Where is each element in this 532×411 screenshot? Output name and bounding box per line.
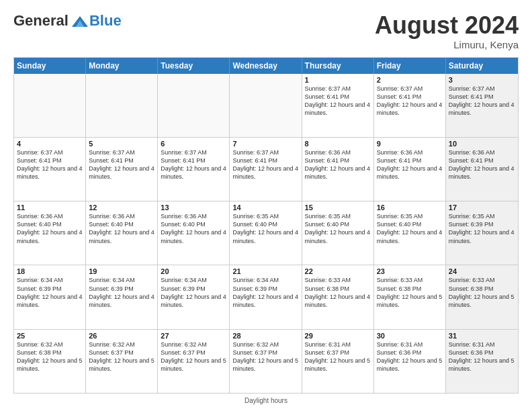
cell-info: Sunrise: 6:36 AMSunset: 6:41 PMDaylight:… xyxy=(305,148,371,181)
cal-cell-week1-day3: 7Sunrise: 6:37 AMSunset: 6:41 PMDaylight… xyxy=(230,138,302,201)
logo-blue: Blue xyxy=(89,12,122,30)
day-number: 27 xyxy=(161,332,226,340)
cell-info: Sunrise: 6:34 AMSunset: 6:39 PMDaylight:… xyxy=(17,276,83,309)
header-day-tuesday: Tuesday xyxy=(158,58,230,74)
cell-info: Sunrise: 6:37 AMSunset: 6:41 PMDaylight:… xyxy=(449,85,515,118)
calendar-row-2: 11Sunrise: 6:36 AMSunset: 6:40 PMDayligh… xyxy=(14,201,518,265)
logo-general: General xyxy=(13,12,69,30)
cell-info: Sunrise: 6:31 AMSunset: 6:36 PMDaylight:… xyxy=(449,340,515,373)
cal-cell-week3-day4: 22Sunrise: 6:33 AMSunset: 6:38 PMDayligh… xyxy=(302,265,374,328)
day-number: 14 xyxy=(232,203,298,212)
cell-info: Sunrise: 6:37 AMSunset: 6:41 PMDaylight:… xyxy=(377,85,443,118)
day-number: 21 xyxy=(232,267,298,275)
header: General Blue August 2024 Limuru, Kenya xyxy=(13,12,519,50)
cell-info: Sunrise: 6:36 AMSunset: 6:40 PMDaylight:… xyxy=(17,212,83,245)
cal-cell-week3-day1: 19Sunrise: 6:34 AMSunset: 6:39 PMDayligh… xyxy=(86,265,158,328)
cal-cell-week1-day1: 5Sunrise: 6:37 AMSunset: 6:41 PMDaylight… xyxy=(86,138,158,201)
month-year: August 2024 xyxy=(375,12,519,39)
footer: Daylight hours xyxy=(13,397,519,404)
cal-cell-week2-day4: 15Sunrise: 6:35 AMSunset: 6:40 PMDayligh… xyxy=(302,201,374,265)
cell-info: Sunrise: 6:36 AMSunset: 6:40 PMDaylight:… xyxy=(161,212,226,245)
cal-cell-week4-day1: 26Sunrise: 6:32 AMSunset: 6:37 PMDayligh… xyxy=(86,330,158,393)
day-number: 18 xyxy=(17,267,83,275)
cal-cell-week0-day0 xyxy=(14,74,86,137)
day-number: 1 xyxy=(305,76,371,84)
cell-info: Sunrise: 6:34 AMSunset: 6:39 PMDaylight:… xyxy=(161,276,226,309)
cell-info: Sunrise: 6:35 AMSunset: 6:39 PMDaylight:… xyxy=(449,212,515,245)
cell-info: Sunrise: 6:33 AMSunset: 6:38 PMDaylight:… xyxy=(377,276,443,309)
cell-info: Sunrise: 6:37 AMSunset: 6:41 PMDaylight:… xyxy=(232,148,298,181)
cell-info: Sunrise: 6:34 AMSunset: 6:39 PMDaylight:… xyxy=(232,276,298,309)
cell-info: Sunrise: 6:36 AMSunset: 6:41 PMDaylight:… xyxy=(377,148,443,181)
cal-cell-week1-day2: 6Sunrise: 6:37 AMSunset: 6:41 PMDaylight… xyxy=(158,138,230,201)
day-number: 22 xyxy=(305,267,371,275)
day-number: 13 xyxy=(161,203,226,212)
cal-cell-week2-day0: 11Sunrise: 6:36 AMSunset: 6:40 PMDayligh… xyxy=(14,201,86,265)
cell-info: Sunrise: 6:36 AMSunset: 6:40 PMDaylight:… xyxy=(89,212,154,245)
cal-cell-week2-day6: 17Sunrise: 6:35 AMSunset: 6:39 PMDayligh… xyxy=(446,201,518,265)
cell-info: Sunrise: 6:35 AMSunset: 6:40 PMDaylight:… xyxy=(305,212,371,245)
cal-cell-week2-day1: 12Sunrise: 6:36 AMSunset: 6:40 PMDayligh… xyxy=(86,201,158,265)
cell-info: Sunrise: 6:32 AMSunset: 6:37 PMDaylight:… xyxy=(232,340,298,373)
day-number: 29 xyxy=(305,332,371,340)
cal-cell-week0-day1 xyxy=(86,74,158,137)
day-number: 25 xyxy=(17,332,83,340)
page: General Blue August 2024 Limuru, Kenya S… xyxy=(0,0,532,411)
cell-info: Sunrise: 6:36 AMSunset: 6:41 PMDaylight:… xyxy=(449,148,515,181)
location: Limuru, Kenya xyxy=(375,39,519,50)
cal-cell-week2-day5: 16Sunrise: 6:35 AMSunset: 6:40 PMDayligh… xyxy=(374,201,446,265)
calendar: SundayMondayTuesdayWednesdayThursdayFrid… xyxy=(13,57,519,394)
cal-cell-week1-day6: 10Sunrise: 6:36 AMSunset: 6:41 PMDayligh… xyxy=(446,138,518,201)
day-number: 17 xyxy=(449,203,515,212)
day-number: 9 xyxy=(377,140,443,148)
calendar-row-3: 18Sunrise: 6:34 AMSunset: 6:39 PMDayligh… xyxy=(14,265,518,329)
cal-cell-week4-day0: 25Sunrise: 6:32 AMSunset: 6:38 PMDayligh… xyxy=(14,330,86,393)
header-day-wednesday: Wednesday xyxy=(230,58,302,74)
cell-info: Sunrise: 6:34 AMSunset: 6:39 PMDaylight:… xyxy=(89,276,154,309)
day-number: 10 xyxy=(449,140,515,148)
cell-info: Sunrise: 6:31 AMSunset: 6:37 PMDaylight:… xyxy=(305,340,371,373)
day-number: 12 xyxy=(89,203,154,212)
cell-info: Sunrise: 6:33 AMSunset: 6:38 PMDaylight:… xyxy=(449,276,515,309)
logo-text: General Blue xyxy=(13,12,122,30)
day-number: 26 xyxy=(89,332,154,340)
day-number: 2 xyxy=(377,76,443,84)
calendar-header: SundayMondayTuesdayWednesdayThursdayFrid… xyxy=(14,58,518,74)
cal-cell-week4-day2: 27Sunrise: 6:32 AMSunset: 6:37 PMDayligh… xyxy=(158,330,230,393)
day-number: 11 xyxy=(17,203,83,212)
day-number: 31 xyxy=(449,332,515,340)
day-number: 7 xyxy=(232,140,298,148)
day-number: 8 xyxy=(305,140,371,148)
logo-icon xyxy=(71,13,89,28)
title-block: August 2024 Limuru, Kenya xyxy=(375,12,519,50)
daylight-label: Daylight hours xyxy=(245,397,287,404)
cal-cell-week4-day6: 31Sunrise: 6:31 AMSunset: 6:36 PMDayligh… xyxy=(446,330,518,393)
cell-info: Sunrise: 6:35 AMSunset: 6:40 PMDaylight:… xyxy=(377,212,443,245)
cell-info: Sunrise: 6:37 AMSunset: 6:41 PMDaylight:… xyxy=(89,148,154,181)
header-day-monday: Monday xyxy=(86,58,158,74)
calendar-row-0: 1Sunrise: 6:37 AMSunset: 6:41 PMDaylight… xyxy=(14,74,518,138)
day-number: 30 xyxy=(377,332,443,340)
cal-cell-week2-day3: 14Sunrise: 6:35 AMSunset: 6:40 PMDayligh… xyxy=(230,201,302,265)
cal-cell-week0-day5: 2Sunrise: 6:37 AMSunset: 6:41 PMDaylight… xyxy=(374,74,446,137)
cal-cell-week1-day5: 9Sunrise: 6:36 AMSunset: 6:41 PMDaylight… xyxy=(374,138,446,201)
cell-info: Sunrise: 6:31 AMSunset: 6:36 PMDaylight:… xyxy=(377,340,443,373)
cell-info: Sunrise: 6:32 AMSunset: 6:38 PMDaylight:… xyxy=(17,340,83,373)
calendar-row-4: 25Sunrise: 6:32 AMSunset: 6:38 PMDayligh… xyxy=(14,330,518,393)
cal-cell-week3-day0: 18Sunrise: 6:34 AMSunset: 6:39 PMDayligh… xyxy=(14,265,86,328)
day-number: 16 xyxy=(377,203,443,212)
day-number: 5 xyxy=(89,140,154,148)
cal-cell-week3-day6: 24Sunrise: 6:33 AMSunset: 6:38 PMDayligh… xyxy=(446,265,518,328)
cal-cell-week3-day5: 23Sunrise: 6:33 AMSunset: 6:38 PMDayligh… xyxy=(374,265,446,328)
day-number: 28 xyxy=(232,332,298,340)
cal-cell-week1-day4: 8Sunrise: 6:36 AMSunset: 6:41 PMDaylight… xyxy=(302,138,374,201)
cell-info: Sunrise: 6:37 AMSunset: 6:41 PMDaylight:… xyxy=(305,85,371,118)
header-day-sunday: Sunday xyxy=(14,58,86,74)
cal-cell-week4-day3: 28Sunrise: 6:32 AMSunset: 6:37 PMDayligh… xyxy=(230,330,302,393)
calendar-row-1: 4Sunrise: 6:37 AMSunset: 6:41 PMDaylight… xyxy=(14,138,518,201)
header-day-saturday: Saturday xyxy=(446,58,518,74)
cal-cell-week3-day2: 20Sunrise: 6:34 AMSunset: 6:39 PMDayligh… xyxy=(158,265,230,328)
logo: General Blue xyxy=(13,12,122,30)
day-number: 19 xyxy=(89,267,154,275)
cell-info: Sunrise: 6:32 AMSunset: 6:37 PMDaylight:… xyxy=(161,340,226,373)
